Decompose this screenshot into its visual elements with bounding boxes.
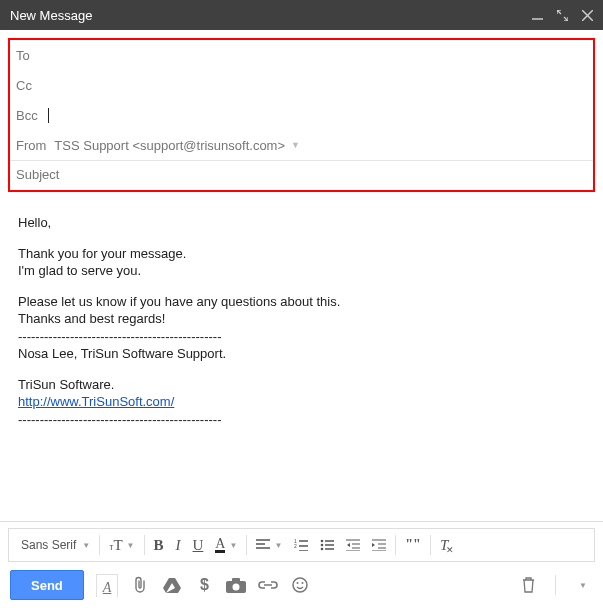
close-icon[interactable]: [582, 10, 593, 21]
to-label: To: [16, 48, 30, 63]
font-family-button[interactable]: Sans Serif ▼: [13, 532, 96, 558]
action-bar: Send A $ ▼: [0, 562, 603, 608]
action-left: Send A $: [10, 570, 310, 600]
header-fields: To Cc Bcc From TSS Support <support@tris…: [10, 40, 593, 160]
subject-label: Subject: [16, 167, 59, 182]
quote-button[interactable]: "": [399, 532, 427, 558]
cc-input[interactable]: [40, 78, 587, 93]
body-line: I'm glad to serve you.: [18, 262, 585, 280]
svg-point-3: [321, 540, 324, 543]
from-label: From: [16, 138, 46, 153]
subject-row[interactable]: Subject: [10, 161, 593, 190]
remove-formatting-button[interactable]: T✕: [434, 532, 454, 558]
body-line: TriSun Software.: [18, 376, 585, 394]
subject-input[interactable]: [71, 167, 239, 182]
separator: [395, 535, 396, 555]
italic-button[interactable]: I: [170, 532, 187, 558]
currency-icon[interactable]: $: [194, 575, 214, 595]
body-line: Please let us know if you have any quest…: [18, 293, 585, 311]
to-row[interactable]: To: [16, 40, 587, 70]
svg-point-11: [302, 582, 304, 584]
numbered-list-button[interactable]: 12: [288, 532, 314, 558]
body-line: ----------------------------------------…: [18, 328, 585, 346]
svg-rect-7: [232, 578, 240, 583]
caret-down-icon: ▼: [274, 541, 282, 550]
separator: [555, 575, 556, 595]
align-button[interactable]: ▼: [250, 532, 288, 558]
svg-point-10: [297, 582, 299, 584]
separator: [144, 535, 145, 555]
body-line: Thanks and best regards!: [18, 310, 585, 328]
caret-down-icon: ▼: [127, 541, 135, 550]
cc-row[interactable]: Cc: [16, 70, 587, 100]
body-line: Hello,: [18, 214, 585, 232]
svg-text:2: 2: [294, 543, 297, 549]
bullet-list-button[interactable]: [314, 532, 340, 558]
drive-icon[interactable]: [162, 575, 182, 595]
bold-button[interactable]: B: [148, 532, 170, 558]
svg-point-4: [321, 544, 324, 547]
photo-icon[interactable]: [226, 575, 246, 595]
to-input[interactable]: [38, 48, 587, 63]
window-controls: [532, 10, 593, 21]
format-toolbar: Sans Serif ▼ тT ▼ B I U A ▼ ▼ 12: [8, 528, 595, 562]
svg-point-5: [321, 548, 324, 551]
header-highlight-wrap: To Cc Bcc From TSS Support <support@tris…: [0, 30, 603, 200]
attach-icon[interactable]: [130, 575, 150, 595]
compose-titlebar: New Message: [0, 0, 603, 30]
from-dropdown-icon[interactable]: ▼: [291, 140, 300, 150]
action-right: ▼: [518, 575, 593, 595]
bcc-input[interactable]: [49, 108, 587, 123]
expand-icon[interactable]: [557, 10, 568, 21]
indent-more-button[interactable]: [366, 532, 392, 558]
underline-button[interactable]: U: [187, 532, 210, 558]
send-button[interactable]: Send: [10, 570, 84, 600]
body-line: ----------------------------------------…: [18, 411, 585, 429]
compose-footer: Sans Serif ▼ тT ▼ B I U A ▼ ▼ 12: [0, 521, 603, 608]
emoji-icon[interactable]: [290, 575, 310, 595]
bcc-label: Bcc: [16, 108, 38, 123]
minimize-icon[interactable]: [532, 10, 543, 21]
indent-less-button[interactable]: [340, 532, 366, 558]
font-family-label: Sans Serif: [21, 538, 76, 552]
link-icon[interactable]: [258, 575, 278, 595]
message-body[interactable]: Hello, Thank you for your message. I'm g…: [0, 200, 603, 438]
text-color-button[interactable]: A ▼: [209, 532, 243, 558]
formatting-toggle-button[interactable]: A: [96, 574, 119, 597]
separator: [246, 535, 247, 555]
svg-point-9: [293, 578, 307, 592]
bcc-row[interactable]: Bcc: [16, 100, 587, 130]
more-options-button[interactable]: ▼: [573, 575, 593, 595]
from-value: TSS Support <support@trisunsoft.com>: [54, 138, 285, 153]
caret-down-icon: ▼: [229, 541, 237, 550]
body-line: Thank you for your message.: [18, 245, 585, 263]
svg-point-8: [233, 583, 240, 590]
signature-link[interactable]: http://www.TriSunSoft.com/: [18, 394, 174, 409]
cc-label: Cc: [16, 78, 32, 93]
compose-title: New Message: [10, 8, 92, 23]
header-highlight: To Cc Bcc From TSS Support <support@tris…: [8, 38, 595, 192]
separator: [99, 535, 100, 555]
from-row[interactable]: From TSS Support <support@trisunsoft.com…: [16, 130, 587, 160]
separator: [430, 535, 431, 555]
font-size-button[interactable]: тT ▼: [103, 532, 140, 558]
trash-icon[interactable]: [518, 575, 538, 595]
body-line: Nosa Lee, TriSun Software Support.: [18, 345, 585, 363]
caret-down-icon: ▼: [82, 541, 90, 550]
